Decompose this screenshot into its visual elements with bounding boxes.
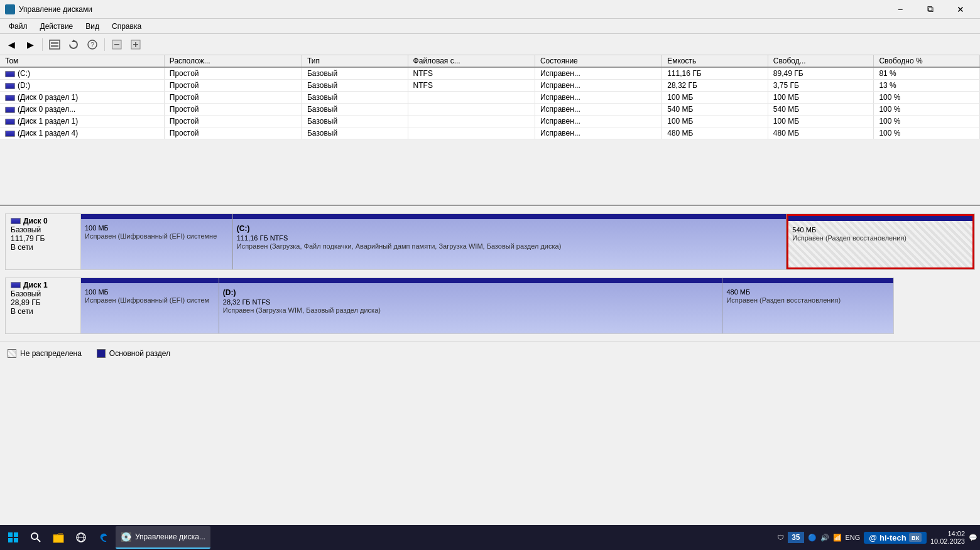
col-tip[interactable]: Тип	[302, 55, 408, 67]
col-svobod[interactable]: Свобод...	[768, 55, 874, 67]
svg-line-16	[37, 539, 40, 542]
table-row[interactable]: (Диск 0 раздел...ПростойБазовыйИсправен.…	[0, 104, 980, 116]
taskbar-diskmgmt-app[interactable]: 💽 Управление диска...	[116, 526, 210, 549]
cell-tom: (Диск 0 раздел...	[0, 104, 164, 116]
disk0-partition-c[interactable]: (C:) 111,16 ГБ NTFS Исправен (Загрузка, …	[233, 214, 787, 269]
legend-primary-label: Основной раздел	[109, 349, 170, 358]
disk1-efi-desc: Исправен (Шифрованный (EFI) систем	[85, 296, 215, 304]
disk1-title: Диск 1	[23, 281, 48, 289]
cell-tip: Базовый	[302, 67, 408, 80]
disk1-icon	[11, 282, 21, 288]
toolbar-sep2	[104, 38, 105, 51]
toolbar-btn2[interactable]	[127, 36, 144, 53]
svg-rect-11	[8, 532, 13, 537]
cell-fajlovaya: NTFS	[408, 67, 535, 80]
taskbar-edge[interactable]	[93, 526, 114, 549]
close-button[interactable]: ✕	[946, 0, 975, 19]
disk1-recovery-desc: Исправен (Раздел восстановления)	[726, 296, 890, 304]
table-row[interactable]: (D:)ПростойБазовыйNTFSИсправен...28,32 Г…	[0, 80, 980, 92]
notification-icon[interactable]: 💬	[969, 534, 977, 542]
cell-tom: (Диск 1 раздел 1)	[0, 116, 164, 127]
toolbar: ◀ ▶ ?	[0, 34, 980, 55]
svg-rect-17	[53, 535, 63, 542]
menu-action[interactable]: Действие	[34, 21, 80, 32]
cell-fajlovaya	[408, 116, 535, 127]
taskbar: 💽 Управление диска... 🛡 35 🔵 🔊 📶 ENG @ h…	[0, 525, 980, 550]
taskbar-app-label: Управление диска...	[135, 532, 205, 541]
restore-button[interactable]: ⧉	[916, 0, 945, 19]
bluetooth-icon[interactable]: 🔵	[808, 534, 817, 542]
legend-bar: Не распределена Основной раздел	[0, 342, 980, 364]
disk1-partition-d[interactable]: (D:) 28,32 ГБ NTFS Исправен (Загрузка WI…	[219, 278, 723, 333]
toolbar-forward[interactable]: ▶	[21, 36, 39, 53]
clock-date: 10.02.2023	[930, 537, 965, 545]
disk1-partition-efi[interactable]: 100 МБ Исправен (Шифрованный (EFI) систе…	[81, 278, 219, 333]
cell-fajlovaya	[408, 127, 535, 139]
taskbar-files[interactable]	[48, 526, 69, 549]
cell-emkost: 28,32 ГБ	[662, 80, 768, 92]
disk1-partitions[interactable]: 100 МБ Исправен (Шифрованный (EFI) систе…	[80, 278, 894, 334]
row-disk-icon	[5, 107, 15, 113]
menu-view[interactable]: Вид	[79, 21, 106, 32]
cell-svobodno_pct: 100 %	[874, 127, 980, 139]
disk0-status: В сети	[11, 243, 75, 252]
toolbar-help[interactable]: ?	[84, 36, 101, 53]
disk0-c-label: (C:)	[237, 224, 783, 233]
menu-help[interactable]: Справка	[106, 21, 148, 32]
cell-tip: Базовый	[302, 104, 408, 116]
volume-icon[interactable]: 🔊	[820, 534, 829, 542]
menu-file[interactable]: Файл	[3, 21, 34, 32]
cell-svobod: 540 МБ	[768, 104, 874, 116]
disk0-partitions[interactable]: 100 МБ Исправен (Шифрованный (EFI) систе…	[80, 213, 975, 270]
col-raspolozh[interactable]: Располож...	[164, 55, 302, 67]
taskbar-search[interactable]	[25, 526, 46, 549]
col-tom[interactable]: Том	[0, 55, 164, 67]
legend-unallocated-label: Не распределена	[20, 349, 82, 358]
wifi-icon[interactable]: 📶	[833, 534, 842, 542]
cell-svobod: 89,49 ГБ	[768, 67, 874, 80]
disk-map-area[interactable]: Диск 0 Базовый 111,79 ГБ В сети 100 МБ И…	[0, 206, 980, 342]
legend-blue-box	[97, 349, 106, 358]
toolbar-disk-view[interactable]	[46, 36, 63, 53]
table-row[interactable]: (C:)ПростойБазовыйNTFSИсправен...111,16 …	[0, 67, 980, 80]
toolbar-refresh[interactable]	[65, 36, 82, 53]
title-bar-controls[interactable]: − ⧉ ✕	[886, 0, 975, 19]
minimize-button[interactable]: −	[886, 0, 915, 19]
col-emkost[interactable]: Емкость	[662, 55, 768, 67]
toolbar-back[interactable]: ◀	[3, 36, 20, 53]
disk0-title: Диск 0	[23, 217, 48, 225]
disk0-partition-recovery[interactable]: 540 МБ Исправен (Раздел восстановления)	[787, 214, 974, 269]
security-icon[interactable]: 🛡	[777, 534, 784, 541]
table-row[interactable]: (Диск 0 раздел 1)ПростойБазовыйИсправен.…	[0, 92, 980, 104]
svg-rect-2	[51, 45, 58, 47]
cell-svobodno_pct: 100 %	[874, 104, 980, 116]
toolbar-btn1[interactable]	[108, 36, 126, 53]
app-icon	[5, 4, 15, 14]
row-disk-icon	[5, 131, 15, 137]
disk1-partition-recovery[interactable]: 480 МБ Исправен (Раздел восстановления)	[722, 278, 893, 333]
cell-svobod: 100 МБ	[768, 116, 874, 127]
col-svobodno-pct[interactable]: Свободно %	[874, 55, 980, 67]
cell-tom: (C:)	[0, 67, 164, 80]
cell-sostoyanie: Исправен...	[535, 127, 662, 139]
clock[interactable]: 14:02 10.02.2023	[930, 530, 965, 545]
lang-indicator[interactable]: ENG	[846, 534, 861, 541]
cell-svobodno_pct: 100 %	[874, 92, 980, 104]
row-disk-icon	[5, 95, 15, 101]
table-row[interactable]: (Диск 1 раздел 4)ПростойБазовыйИсправен.…	[0, 127, 980, 139]
table-row[interactable]: (Диск 1 раздел 1)ПростойБазовыйИсправен.…	[0, 116, 980, 127]
disk0-recovery-size: 540 МБ	[792, 226, 969, 234]
legend-stripe-box	[8, 349, 16, 358]
volume-table: Том Располож... Тип Файловая с... Состоя…	[0, 55, 980, 139]
cell-fajlovaya	[408, 92, 535, 104]
disk1-d-size: 28,32 ГБ NTFS	[223, 298, 719, 306]
row-disk-icon	[5, 83, 15, 89]
col-fajlovaya[interactable]: Файловая с...	[408, 55, 535, 67]
disk0-partition-efi[interactable]: 100 МБ Исправен (Шифрованный (EFI) систе…	[81, 214, 233, 269]
cell-fajlovaya: NTFS	[408, 80, 535, 92]
col-sostoyanie[interactable]: Состояние	[535, 55, 662, 67]
disk1-row: Диск 1 Базовый 28,89 ГБ В сети 100 МБ Ис…	[5, 278, 975, 334]
number-badge[interactable]: 35	[788, 532, 803, 543]
taskbar-start[interactable]	[3, 526, 24, 549]
taskbar-network[interactable]	[70, 526, 92, 549]
